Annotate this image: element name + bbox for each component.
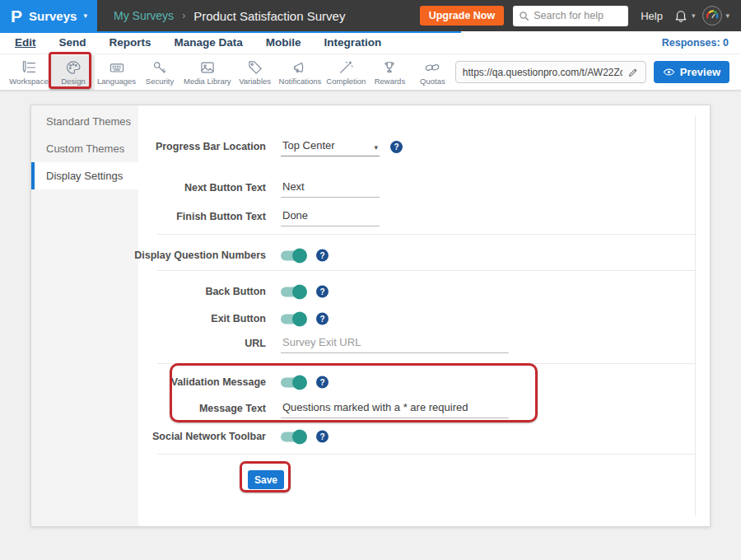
chevron-down-icon: ▾	[725, 12, 729, 20]
toolbar-item-languages[interactable]: Languages	[95, 55, 138, 90]
product-switcher[interactable]: P Surveys ▾	[0, 0, 97, 31]
search-input[interactable]	[534, 10, 622, 21]
security-icon	[151, 58, 168, 76]
help-icon[interactable]: ?	[316, 313, 329, 325]
toolbar-item-label: Quotas	[420, 77, 445, 86]
nav-item-integration[interactable]: Integration	[324, 36, 382, 49]
toolbar-item-label: Design	[61, 77, 86, 86]
page-title: Product Satisfaction Survey	[193, 9, 345, 23]
app-window: P Surveys ▾ My Surveys › Product Satisfa…	[0, 0, 741, 560]
toolbar-item-label: Rewards	[375, 77, 406, 86]
toolbar-item-label: Workspace	[9, 77, 48, 86]
eye-icon	[663, 66, 675, 78]
sidebar-item-custom-themes[interactable]: Custom Themes	[31, 135, 138, 162]
nav-item-send[interactable]: Send	[59, 36, 86, 49]
questionpro-logo-icon: P	[11, 7, 22, 25]
section-divider	[157, 234, 695, 235]
toolbar-item-design[interactable]: Design	[52, 55, 95, 90]
finish-button-text-row: Finish Button Text	[138, 205, 710, 228]
survey-url-field[interactable]: https://qa.questionpro.com/t/AW22Zcq2J	[455, 61, 646, 83]
account-menu[interactable]: ▾	[702, 6, 729, 26]
field-label: Exit Button	[138, 313, 266, 324]
nav-item-edit[interactable]: Edit	[15, 36, 36, 49]
social-network-toolbar-row: Social Network Toolbar ?	[138, 425, 710, 448]
toolbar-item-notifications[interactable]: Notifications	[277, 55, 324, 90]
back-button-toggle[interactable]	[281, 287, 305, 296]
message-text-row: Message Text	[138, 397, 710, 420]
field-label: Validation Message	[138, 376, 266, 388]
toolbar-item-label: Media Library	[184, 77, 231, 86]
preview-button[interactable]: Preview	[654, 61, 729, 83]
save-button[interactable]: Save	[248, 470, 284, 489]
notifications-menu[interactable]: ▾	[673, 8, 696, 23]
help-icon[interactable]: ?	[316, 286, 329, 298]
survey-url-text[interactable]: https://qa.questionpro.com/t/AW22Zcq2J	[463, 67, 622, 78]
responses-count[interactable]: Responses: 0	[662, 37, 729, 49]
progress-bar-location-select[interactable]: Top Center ▾	[281, 137, 380, 156]
variables-icon	[247, 58, 263, 76]
upgrade-now-button[interactable]: Upgrade Now	[420, 6, 505, 26]
toolbar-item-security[interactable]: Security	[138, 55, 181, 90]
message-text-input[interactable]	[281, 399, 509, 418]
field-label: Finish Button Text	[138, 211, 266, 222]
exit-button-row: Exit Button ?	[138, 307, 710, 330]
breadcrumb-parent[interactable]: My Surveys	[114, 9, 174, 22]
back-button-row: Back Button ?	[138, 280, 710, 303]
toolbar-item-label: Security	[146, 77, 174, 86]
bell-icon	[673, 8, 688, 23]
rewards-icon	[381, 58, 398, 76]
help-link[interactable]: Help	[641, 10, 663, 22]
help-icon[interactable]: ?	[316, 250, 329, 262]
help-search	[513, 6, 628, 26]
field-label: Next Button Text	[138, 182, 266, 194]
toolbar-item-label: Notifications	[279, 77, 322, 86]
sidebar-item-standard-themes[interactable]: Standard Themes	[31, 108, 138, 135]
toolbar-item-completion[interactable]: Completion	[324, 55, 368, 90]
sidebar-item-display-settings[interactable]: Display Settings	[31, 162, 138, 189]
toolbar-item-variables[interactable]: Variables	[234, 55, 277, 90]
section-divider	[157, 363, 695, 364]
exit-url-input[interactable]	[281, 334, 509, 353]
chevron-down-icon: ▾	[692, 12, 696, 20]
survey-menu-bar: EditSendReportsManage DataMobileIntegrat…	[0, 31, 741, 54]
languages-icon	[109, 58, 125, 76]
field-label: Social Network Toolbar	[138, 431, 266, 442]
help-icon[interactable]: ?	[316, 431, 329, 443]
nav-item-manage-data[interactable]: Manage Data	[175, 36, 243, 49]
completion-icon	[338, 58, 354, 76]
toolbar-item-label: Variables	[239, 77, 271, 86]
workspace-icon	[21, 58, 37, 76]
nav-item-mobile[interactable]: Mobile	[266, 36, 301, 49]
exit-button-toggle[interactable]	[281, 314, 305, 324]
toolbar-item-media-library[interactable]: Media Library	[181, 55, 234, 90]
header-accent-line	[0, 31, 461, 33]
avatar	[702, 6, 722, 26]
finish-button-text-input[interactable]	[281, 207, 380, 226]
toolbar-item-rewards[interactable]: Rewards	[368, 55, 411, 90]
social-network-toolbar-toggle[interactable]	[281, 432, 305, 441]
themes-sidebar: Standard ThemesCustom ThemesDisplay Sett…	[31, 105, 138, 526]
display-question-numbers-toggle[interactable]	[281, 250, 305, 260]
field-label: Display Question Numbers	[138, 250, 266, 261]
breadcrumb-separator-icon: ›	[182, 10, 185, 21]
preview-label: Preview	[680, 66, 720, 78]
section-divider	[157, 270, 695, 271]
help-icon[interactable]: ?	[316, 376, 329, 389]
selected-value: Top Center	[282, 139, 335, 152]
design-icon	[65, 58, 82, 76]
toolbar-item-label: Languages	[97, 77, 136, 86]
edit-url-pencil-icon[interactable]	[627, 67, 639, 78]
next-button-text-input[interactable]	[281, 178, 380, 198]
toolbar-item-quotas[interactable]: Quotas	[411, 55, 454, 90]
nav-item-reports[interactable]: Reports	[110, 36, 151, 49]
progress-bar-location-row: Progress Bar Location Top Center ▾ ?	[138, 135, 710, 158]
design-toolbar: WorkspaceDesignLanguagesSecurityMedia Li…	[0, 54, 741, 91]
toolbar-item-label: Completion	[326, 77, 366, 86]
quotas-icon	[424, 58, 440, 76]
top-bar: P Surveys ▾ My Surveys › Product Satisfa…	[0, 0, 741, 31]
validation-message-toggle[interactable]	[281, 377, 305, 387]
search-icon	[519, 11, 529, 21]
toolbar-item-workspace[interactable]: Workspace	[7, 55, 52, 90]
help-icon[interactable]: ?	[390, 141, 403, 153]
field-label: URL	[138, 338, 266, 349]
